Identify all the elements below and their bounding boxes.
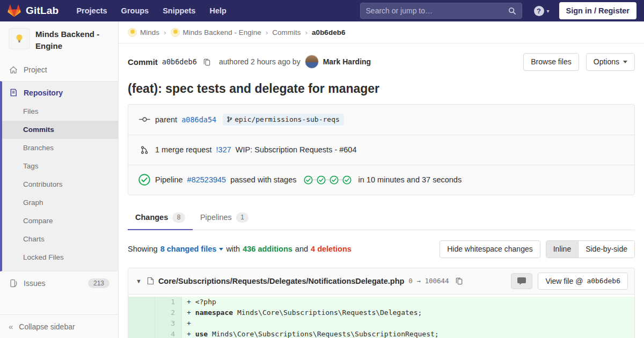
pipeline-stage-passed-icon[interactable] [313, 175, 326, 185]
breadcrumb-separator: › [305, 28, 308, 36]
sidebar-subitem-charts[interactable]: Charts [2, 230, 118, 248]
tab-changes[interactable]: Changes 8 [128, 205, 193, 230]
breadcrumb: Minds›Minds Backend - Engine›Commits›a0b… [119, 21, 644, 43]
sidebar-item-issues[interactable]: Issues 213 [0, 271, 118, 295]
hide-whitespace-button[interactable]: Hide whitespace changes [440, 240, 540, 258]
sign-in-button[interactable]: Sign in / Register [559, 2, 636, 19]
sidebar-subitem-contributors[interactable]: Contributors [2, 175, 118, 194]
sidebar-project-context[interactable]: Minds Backend - Engine [0, 21, 118, 58]
ref-name: epic/permissions-sub-reqs [235, 115, 340, 123]
copy-icon [455, 277, 463, 285]
sidebar-subitem-tags[interactable]: Tags [2, 157, 118, 175]
diff-lines: 1+ <?php2+ namespace Minds\Core\Subscrip… [128, 295, 634, 338]
sidebar-subitem-commits[interactable]: Commits [2, 121, 118, 139]
gitlab-home-link[interactable]: GitLab [8, 4, 58, 17]
collapse-diff-icon[interactable]: ▼ [135, 278, 143, 284]
document-icon [9, 89, 18, 97]
sidebar-subitem-files[interactable]: Files [2, 102, 118, 121]
merge-request-link[interactable]: !327 [216, 145, 231, 154]
showing-label: Showing [128, 245, 158, 253]
diff-new-line-number[interactable]: 2 [155, 307, 182, 318]
inline-view-button[interactable]: Inline [546, 241, 578, 258]
author-avatar[interactable] [305, 55, 319, 69]
diff-line-added: 1+ <?php [128, 297, 634, 307]
diff-new-line-number[interactable]: 1 [155, 297, 182, 307]
parent-sha-link[interactable]: a086da54 [181, 115, 216, 124]
diff-old-line-number[interactable] [128, 329, 155, 338]
nav-link-groups[interactable]: Groups [114, 2, 156, 19]
side-by-side-view-button[interactable]: Side-by-side [578, 241, 634, 258]
search-input[interactable]: Search or jump to… [360, 3, 522, 19]
copy-sha-button[interactable] [201, 58, 213, 66]
authored-text: authored 2 hours ago by [219, 57, 301, 66]
commit-icon [138, 116, 151, 123]
options-dropdown-button[interactable]: Options [586, 53, 635, 71]
diff-file-header: ▼ Core/Subscriptions/Requests/Delegates/… [128, 268, 634, 295]
diff-code-line: + [182, 318, 634, 329]
diff-new-line-number[interactable]: 3 [155, 318, 182, 329]
view-file-button[interactable]: View file @ a0b6deb6 [538, 273, 628, 290]
tab-count-badge: 1 [236, 212, 249, 223]
sidebar-subitem-graph[interactable]: Graph [2, 194, 118, 212]
diff-view-controls: Hide whitespace changes Inline Side-by-s… [440, 240, 635, 258]
diff-file-path[interactable]: Core/Subscriptions/Requests/Delegates/No… [158, 277, 404, 285]
pipeline-status-icon [138, 174, 151, 186]
diff-code-line: + use Minds\Core\Subscriptions\Requests\… [182, 329, 634, 338]
project-avatar [9, 28, 30, 49]
author-name[interactable]: Mark Harding [323, 57, 371, 66]
nav-link-help[interactable]: Help [202, 2, 233, 19]
nav-link-snippets[interactable]: Snippets [156, 2, 202, 19]
breadcrumb-item[interactable]: a0b6deb6 [312, 28, 345, 36]
pipeline-id-link[interactable]: #82523945 [187, 175, 226, 184]
pipeline-stage-passed-icon[interactable] [304, 175, 313, 185]
nav-link-projects[interactable]: Projects [69, 2, 114, 19]
diff-file: ▼ Core/Subscriptions/Requests/Delegates/… [128, 268, 635, 338]
diff-old-line-number[interactable] [128, 307, 155, 318]
sidebar-section-repository: Repository FilesCommitsBranchesTagsContr… [0, 81, 118, 271]
commit-meta-row: Commit a0b6deb6 authored 2 hours ago by … [128, 49, 635, 76]
browse-files-button[interactable]: Browse files [523, 53, 579, 71]
tab-pipelines[interactable]: Pipelines 1 [193, 205, 257, 230]
ref-tag[interactable]: epic/permissions-sub-reqs [223, 114, 344, 126]
pipeline-status-text: passed with stages [230, 175, 296, 184]
sidebar-item-label: Repository [24, 89, 63, 97]
pipeline-label: Pipeline [155, 175, 183, 184]
sidebar-subitem-branches[interactable]: Branches [2, 139, 118, 157]
diff-new-line-number[interactable]: 4 [155, 329, 182, 338]
commit-title: (feat): spec tests and delegate for mana… [128, 82, 635, 96]
diff-file-actions: View file @ a0b6deb6 [511, 273, 628, 290]
toggle-comments-button[interactable] [511, 273, 532, 289]
breadcrumb-item[interactable]: Commits [272, 28, 301, 36]
with-label: with [226, 245, 240, 253]
diff-old-line-number[interactable] [128, 318, 155, 329]
copy-path-button[interactable] [453, 277, 465, 285]
changed-files-dropdown[interactable]: 8 changed files [160, 245, 224, 253]
diff-summary-text: Showing 8 changed files with 436 additio… [128, 245, 352, 253]
sidebar-item-repository[interactable]: Repository [2, 82, 118, 102]
breadcrumb-item[interactable]: Minds [128, 28, 159, 37]
diff-line-added: 2+ namespace Minds\Core\Subscriptions\Re… [128, 307, 634, 318]
diff-code-line: + <?php [182, 297, 634, 307]
breadcrumb-label: a0b6deb6 [312, 28, 345, 36]
breadcrumb-avatar-icon [128, 28, 137, 37]
sidebar-subitem-compare[interactable]: Compare [2, 212, 118, 230]
help-dropdown[interactable]: ? ▾ [534, 6, 550, 16]
merge-request-prefix: 1 merge request [155, 145, 212, 154]
commit-label: Commit [128, 57, 158, 67]
breadcrumb-label: Minds Backend - Engine [183, 28, 261, 36]
sidebar-subitem-locked-files[interactable]: Locked Files [2, 248, 118, 267]
pipeline-stage-passed-icon[interactable] [326, 175, 339, 185]
pipeline-stage-passed-icon[interactable] [339, 175, 352, 185]
tab-label: Pipelines [200, 213, 232, 222]
tab-count-badge: 8 [172, 212, 185, 223]
breadcrumb-item[interactable]: Minds Backend - Engine [171, 28, 261, 37]
project-title: Minds Backend - Engine [35, 28, 109, 52]
collapse-sidebar-button[interactable]: « Collapse sidebar [0, 314, 118, 338]
pipeline-mini-graph [304, 175, 352, 185]
commit-info-box: parent a086da54 epic/permissions-sub-req… [128, 104, 635, 195]
home-icon [9, 65, 18, 74]
diff-old-line-number[interactable] [128, 297, 155, 307]
sidebar-item-project[interactable]: Project [0, 58, 118, 81]
breadcrumb-label: Minds [140, 28, 159, 36]
pipeline-row: Pipeline #82523945 passed with stages in… [128, 165, 634, 195]
